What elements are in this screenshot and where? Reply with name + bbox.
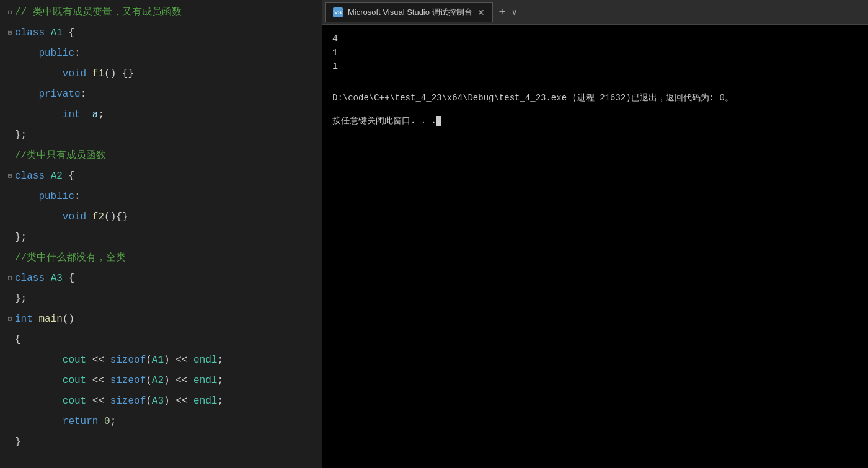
code-line: void f1() {} xyxy=(0,64,322,84)
code-text: class A2 { xyxy=(15,166,74,187)
collapse-marker[interactable]: ⊟ xyxy=(5,23,15,43)
collapse-marker[interactable]: ⊟ xyxy=(5,166,15,187)
tab-chevron-button[interactable]: ∨ xyxy=(509,7,519,17)
code-line: int _a; xyxy=(0,105,322,125)
code-line: //类中只有成员函数 xyxy=(0,146,322,166)
terminal-body: 411D:\code\C++\test_4_23\x64\Debug\test_… xyxy=(322,25,868,468)
code-line: ⊟// 类中既有成员变量，又有成员函数 xyxy=(0,2,322,23)
terminal-tab-active[interactable]: VS Microsoft Visual Studio 调试控制台 ✕ xyxy=(325,2,493,22)
collapse-marker[interactable]: ⊟ xyxy=(5,268,15,289)
code-text: int _a; xyxy=(15,105,104,125)
code-text: }; xyxy=(15,289,27,309)
tab-icon-text: VS xyxy=(334,9,342,15)
code-text: //类中只有成员函数 xyxy=(15,146,106,166)
code-line: ⊟class A2 { xyxy=(0,166,322,187)
code-text: class A3 { xyxy=(15,268,74,289)
code-editor: ⊟// 类中既有成员变量，又有成员函数⊟class A1 { public: v… xyxy=(0,0,322,468)
terminal-tabs: VS Microsoft Visual Studio 调试控制台 ✕ + ∨ xyxy=(322,0,868,25)
tab-close-button[interactable]: ✕ xyxy=(477,7,485,17)
collapse-marker[interactable]: ⊟ xyxy=(5,2,15,23)
code-line: }; xyxy=(0,227,322,248)
output-number-line: 1 xyxy=(332,60,858,74)
code-text: private: xyxy=(15,84,86,105)
code-text: //类中什么都没有，空类 xyxy=(15,248,126,268)
code-line: }; xyxy=(0,289,322,309)
tab-label: Microsoft Visual Studio 调试控制台 xyxy=(348,7,472,18)
code-text: cout << sizeof(A2) << endl; xyxy=(15,371,223,391)
code-text: return 0; xyxy=(15,412,116,432)
code-text: void f1() {} xyxy=(15,64,134,84)
code-text: public: xyxy=(15,187,81,207)
code-line: return 0; xyxy=(0,412,322,432)
terminal-panel: VS Microsoft Visual Studio 调试控制台 ✕ + ∨ 4… xyxy=(322,0,868,468)
code-text: public: xyxy=(15,43,81,64)
code-line: ⊟class A3 { xyxy=(0,268,322,289)
code-line: }; xyxy=(0,125,322,146)
code-line: void f2(){} xyxy=(0,207,322,227)
code-line: ⊟int main() xyxy=(0,309,322,330)
code-line: private: xyxy=(0,84,322,105)
tab-vs-icon: VS xyxy=(333,7,343,17)
code-text: void f2(){} xyxy=(15,207,128,227)
code-text: }; xyxy=(15,125,27,146)
terminal-cursor xyxy=(436,116,441,126)
code-line: ⊟class A1 { xyxy=(0,23,322,43)
code-text: int main() xyxy=(15,309,74,330)
code-line: //类中什么都没有，空类 xyxy=(0,248,322,268)
code-line: { xyxy=(0,330,322,350)
code-line: public: xyxy=(0,187,322,207)
code-line: } xyxy=(0,432,322,453)
output-number-line: 4 xyxy=(332,32,858,46)
terminal-output: 411D:\code\C++\test_4_23\x64\Debug\test_… xyxy=(332,32,858,128)
code-text: { xyxy=(15,330,21,350)
output-number-line: 1 xyxy=(332,46,858,61)
output-close-line: 按任意键关闭此窗口. . . xyxy=(332,115,858,128)
code-line: cout << sizeof(A2) << endl; xyxy=(0,371,322,391)
code-text: cout << sizeof(A1) << endl; xyxy=(15,350,223,371)
code-line: public: xyxy=(0,43,322,64)
tab-add-button[interactable]: + xyxy=(495,6,510,19)
code-text: class A1 { xyxy=(15,23,74,43)
collapse-marker[interactable]: ⊟ xyxy=(5,309,15,330)
code-text: }; xyxy=(15,227,27,248)
code-content[interactable]: ⊟// 类中既有成员变量，又有成员函数⊟class A1 { public: v… xyxy=(0,0,322,455)
code-text: } xyxy=(15,432,21,453)
code-text: // 类中既有成员变量，又有成员函数 xyxy=(15,2,182,23)
output-path-line: D:\code\C++\test_4_23\x64\Debug\test_4_2… xyxy=(332,92,858,105)
code-line: cout << sizeof(A3) << endl; xyxy=(0,391,322,412)
code-text: cout << sizeof(A3) << endl; xyxy=(15,391,223,412)
code-line: cout << sizeof(A1) << endl; xyxy=(0,350,322,371)
